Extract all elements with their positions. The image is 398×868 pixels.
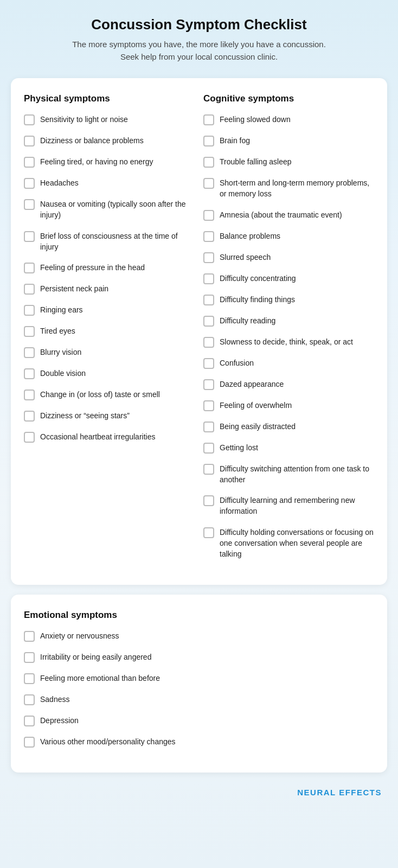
physical-checkbox-7[interactable] <box>24 284 35 295</box>
cognitive-symptom-item: Getting lost <box>203 442 374 454</box>
cognitive-checkbox-14[interactable] <box>203 422 214 432</box>
cognitive-symptom-text-18: Difficulty holding conversations or focu… <box>220 527 374 560</box>
emotional-symptom-text-3: Sadness <box>40 694 69 705</box>
cognitive-symptom-text-5: Balance problems <box>220 231 280 241</box>
cognitive-checkbox-4[interactable] <box>203 210 214 221</box>
physical-checkbox-1[interactable] <box>24 136 35 146</box>
physical-symptom-text-6: Feeling of pressure in the head <box>40 262 145 273</box>
cognitive-symptom-text-13: Feeling of overwhelm <box>220 400 292 411</box>
physical-checkbox-6[interactable] <box>24 263 35 273</box>
physical-checkbox-8[interactable] <box>24 305 35 316</box>
physical-checkbox-5[interactable] <box>24 231 35 242</box>
physical-checkbox-13[interactable] <box>24 411 35 422</box>
cognitive-symptom-text-3: Short-term and long-term memory problems… <box>220 177 374 200</box>
cognitive-symptom-item: Confusion <box>203 358 374 369</box>
emotional-symptoms-heading: Emotional symptoms <box>24 610 374 621</box>
physical-symptom-item: Change in (or loss of) taste or smell <box>24 389 195 400</box>
physical-symptom-text-10: Blurry vision <box>40 347 81 358</box>
cognitive-checkbox-18[interactable] <box>203 527 214 538</box>
physical-checkbox-2[interactable] <box>24 157 35 168</box>
cognitive-checkbox-17[interactable] <box>203 495 214 506</box>
cognitive-symptoms-column: Cognitive symptoms Feeling slowed down B… <box>203 93 374 570</box>
cognitive-symptoms-list: Feeling slowed down Brain fog Trouble fa… <box>203 114 374 560</box>
physical-checkbox-4[interactable] <box>24 199 35 210</box>
cognitive-checkbox-7[interactable] <box>203 273 214 284</box>
physical-symptom-item: Tired eyes <box>24 326 195 337</box>
cognitive-checkbox-16[interactable] <box>203 464 214 475</box>
cognitive-symptom-item: Trouble falling asleep <box>203 156 374 168</box>
physical-symptom-item: Nausea or vomiting (typically soon after… <box>24 199 195 221</box>
cognitive-symptom-text-1: Brain fog <box>220 135 250 146</box>
emotional-checkbox-1[interactable] <box>24 652 35 663</box>
physical-symptom-text-8: Ringing ears <box>40 304 83 315</box>
cognitive-symptom-item: Slowness to decide, think, speak, or act <box>203 336 374 348</box>
physical-symptom-item: Occasional heartbeat irregularities <box>24 431 195 443</box>
emotional-checkbox-4[interactable] <box>24 716 35 726</box>
physical-checkbox-3[interactable] <box>24 178 35 189</box>
page-header: Concussion Symptom Checklist The more sy… <box>72 16 326 63</box>
cognitive-symptom-text-9: Difficulty reading <box>220 315 275 326</box>
physical-symptom-text-5: Brief loss of consciousness at the time … <box>40 231 195 253</box>
emotional-symptom-text-0: Anxiety or nervousness <box>40 630 119 641</box>
cognitive-checkbox-15[interactable] <box>203 443 214 454</box>
physical-symptom-text-3: Headaches <box>40 177 79 188</box>
cognitive-checkbox-3[interactable] <box>203 178 214 189</box>
cognitive-symptom-text-17: Difficulty learning and remembering new … <box>220 495 374 517</box>
emotional-checkbox-2[interactable] <box>24 673 35 684</box>
physical-symptom-item: Headaches <box>24 177 195 189</box>
physical-checkbox-12[interactable] <box>24 390 35 400</box>
emotional-symptom-item: Anxiety or nervousness <box>24 630 374 642</box>
cognitive-symptom-item: Difficulty learning and remembering new … <box>203 495 374 517</box>
physical-symptom-text-9: Tired eyes <box>40 326 75 336</box>
physical-symptom-item: Double vision <box>24 368 195 379</box>
cognitive-symptom-text-8: Difficulty finding things <box>220 294 295 305</box>
physical-checkbox-10[interactable] <box>24 347 35 358</box>
emotional-checkbox-5[interactable] <box>24 737 35 748</box>
cognitive-checkbox-8[interactable] <box>203 295 214 305</box>
emotional-checkbox-3[interactable] <box>24 694 35 705</box>
physical-checkbox-11[interactable] <box>24 368 35 379</box>
cognitive-checkbox-6[interactable] <box>203 252 214 263</box>
physical-symptom-item: Sensitivity to light or noise <box>24 114 195 125</box>
cognitive-symptom-item: Difficulty finding things <box>203 294 374 305</box>
cognitive-symptoms-heading: Cognitive symptoms <box>203 93 374 104</box>
cognitive-symptom-text-7: Difficulty concentrating <box>220 273 296 284</box>
physical-symptom-item: Blurry vision <box>24 347 195 358</box>
cognitive-checkbox-0[interactable] <box>203 114 214 125</box>
cognitive-checkbox-10[interactable] <box>203 337 214 348</box>
physical-checkbox-9[interactable] <box>24 326 35 337</box>
cognitive-symptom-text-12: Dazed appearance <box>220 379 284 390</box>
cognitive-symptom-text-11: Confusion <box>220 358 254 368</box>
cognitive-symptom-item: Difficulty switching attention from one … <box>203 463 374 486</box>
cognitive-checkbox-12[interactable] <box>203 379 214 390</box>
emotional-symptoms-card: Emotional symptoms Anxiety or nervousnes… <box>11 595 387 773</box>
emotional-symptom-text-1: Irritability or being easily angered <box>40 652 151 662</box>
emotional-symptoms-list: Anxiety or nervousness Irritability or b… <box>24 630 374 748</box>
cognitive-symptom-item: Difficulty reading <box>203 315 374 327</box>
brand-black: NEURAL <box>297 788 336 797</box>
cognitive-symptom-item: Slurred speech <box>203 252 374 263</box>
cognitive-symptom-text-14: Being easily distracted <box>220 421 296 432</box>
physical-symptom-text-13: Dizziness or “seeing stars” <box>40 410 130 421</box>
physical-symptom-text-4: Nausea or vomiting (typically soon after… <box>40 199 195 221</box>
cognitive-checkbox-11[interactable] <box>203 358 214 369</box>
cognitive-checkbox-5[interactable] <box>203 231 214 242</box>
cognitive-symptom-text-4: Amnesia (about the traumatic event) <box>220 209 342 220</box>
cognitive-symptom-text-2: Trouble falling asleep <box>220 156 292 167</box>
cognitive-checkbox-13[interactable] <box>203 400 214 411</box>
cognitive-symptom-text-15: Getting lost <box>220 442 258 453</box>
emotional-checkbox-0[interactable] <box>24 631 35 642</box>
physical-checkbox-14[interactable] <box>24 432 35 443</box>
physical-symptom-text-0: Sensitivity to light or noise <box>40 114 128 125</box>
cognitive-checkbox-1[interactable] <box>203 136 214 146</box>
cognitive-checkbox-9[interactable] <box>203 316 214 327</box>
page-subtitle: The more symptoms you have, the more lik… <box>72 39 326 63</box>
cognitive-symptom-item: Dazed appearance <box>203 379 374 390</box>
cognitive-symptom-item: Feeling slowed down <box>203 114 374 125</box>
emotional-symptom-text-4: Depression <box>40 715 79 726</box>
emotional-symptom-item: Depression <box>24 715 374 726</box>
physical-symptoms-heading: Physical symptoms <box>24 93 195 104</box>
physical-checkbox-0[interactable] <box>24 114 35 125</box>
cognitive-checkbox-2[interactable] <box>203 157 214 168</box>
symptoms-card: Physical symptoms Sensitivity to light o… <box>11 78 387 585</box>
